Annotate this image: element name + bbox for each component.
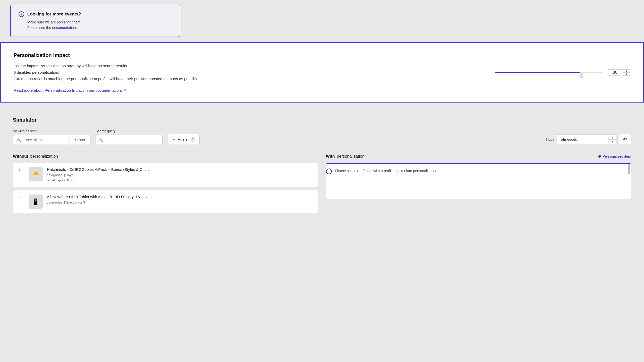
impact-description: Set the impact Personalization strategy … (14, 63, 485, 82)
external-link-icon: ↗ (123, 88, 126, 92)
number-input-display[interactable]: 80 ▲ ▼ (607, 69, 630, 76)
product-name-1: Hatchimals - CollEGGtibles 4-Pack + Bonu… (47, 167, 313, 172)
slider-thumb[interactable] (580, 72, 583, 78)
number-arrows: ▲ ▼ (623, 70, 630, 75)
description-line2: 0 disables personalization. (14, 69, 485, 76)
number-value: 80 (607, 70, 623, 75)
badge-dot (598, 155, 601, 158)
expand-icon-2: ∨ (146, 195, 148, 199)
product-name-text-1: Hatchimals - CollEGGtibles 4-Pack + Bonu… (47, 167, 146, 172)
select-button[interactable]: Select (70, 135, 90, 145)
without-label-rest: personalization (30, 154, 58, 159)
product-item-2[interactable]: 2. 📱 All-New Fire HD 8 Tablet with Alexa… (13, 190, 318, 213)
index-up-arrow[interactable]: ▲ (608, 135, 616, 140)
impact-link-text: Read more about Personalization Impact i… (14, 88, 122, 92)
personalized-item-label: Personalized item (603, 154, 631, 158)
impact-title: Personalization impact (14, 52, 630, 58)
slider-container[interactable] (495, 72, 603, 73)
index-label: Index (546, 138, 554, 141)
personalized-badge: Personalized item (598, 154, 631, 158)
impact-section: Personalization impact Set the impact Pe… (1, 43, 643, 102)
eye-button[interactable]: 👁 (619, 134, 631, 145)
index-select-value: atis-prods (557, 135, 608, 144)
filter-count: 0 (190, 137, 195, 142)
info-banner-body: Make sure we are receiving them. Please … (27, 20, 172, 30)
search-query-input[interactable] (105, 135, 159, 145)
product-thumbnail-2: 📱 (29, 195, 43, 209)
description-line3: 100 means records matching the personali… (14, 76, 485, 82)
without-label-bold: Without (13, 154, 28, 159)
impact-content: Set the impact Personalization strategy … (14, 63, 630, 82)
impact-documentation-link[interactable]: Read more about Personalization Impact i… (14, 88, 126, 92)
index-arrows: ▲ ▼ (608, 135, 616, 144)
with-personalization-header: With personalization Personalized item (326, 154, 631, 159)
scrollbar-indicator[interactable] (628, 164, 630, 174)
description-line1: Set the impact Personalization strategy … (14, 63, 485, 69)
impact-controls: 80 ▲ ▼ (495, 69, 630, 76)
product-price-1: priceDisplay: 9.00 (47, 178, 313, 183)
info-banner-line1: Make sure we are receiving them. (27, 20, 172, 25)
simulator-section: Simulator Viewing as user 🔍 Select Searc… (0, 108, 644, 225)
user-token-input[interactable] (24, 135, 70, 145)
with-personalization-column: With personalization Personalized item i… (326, 154, 631, 216)
product-meta-1: categories: ["Toy"] priceDisplay: 9.00 (47, 173, 313, 183)
filters-label: Filters (178, 137, 188, 141)
search-query-group: Search query 🔍 (96, 129, 163, 145)
search-input-wrapper: 🔍 (96, 135, 163, 145)
expand-icon-1: ∨ (147, 168, 150, 171)
product-number-1: 1. (18, 167, 24, 172)
product-info-1: Hatchimals - CollEGGtibles 4-Pack + Bonu… (47, 167, 313, 183)
with-label-bold: With (326, 154, 335, 159)
info-banner-line2: Please see the documentation. (27, 25, 172, 30)
slider-track (495, 72, 603, 73)
without-personalization-column: Without personalization 1. 🐣 Hatchimals … (13, 154, 318, 216)
info-icon: i (19, 11, 24, 17)
number-up-arrow[interactable]: ▲ (623, 70, 630, 73)
without-personalization-header: Without personalization (13, 154, 318, 159)
page-wrapper: i Looking for more events? Make sure we … (0, 5, 644, 362)
personalization-info-message: Please set a userToken with a profile to… (335, 168, 437, 174)
personalization-info-content: i Please set a userToken with a profile … (326, 168, 631, 174)
info-banner-title: Looking for more events? (27, 12, 81, 17)
simulator-title: Simulator (13, 117, 631, 123)
product-category-2: categories: ["Electronics"] (47, 200, 313, 205)
results-grid: Without personalization 1. 🐣 Hatchimals … (13, 154, 631, 216)
index-select-wrapper[interactable]: atis-prods ▲ ▼ (557, 134, 616, 144)
documentation-link[interactable]: documentation (52, 26, 76, 30)
filter-icon: ▼ (172, 137, 176, 141)
personalization-info-bar (326, 163, 631, 164)
product-item-1[interactable]: 1. 🐣 Hatchimals - CollEGGtibles 4-Pack +… (13, 163, 318, 187)
impact-section-wrapper: Personalization impact Set the impact Pe… (0, 42, 644, 103)
filters-button[interactable]: ▼ Filters 0 (168, 134, 200, 145)
product-info-2: All-New Fire HD 8 Tablet with Alexa, 8" … (47, 195, 313, 205)
viewing-as-user-group: Viewing as user 🔍 Select (13, 129, 90, 145)
product-name-text-2: All-New Fire HD 8 Tablet with Alexa, 8" … (47, 195, 144, 199)
personalization-info-icon: i (326, 169, 332, 174)
info-banner: i Looking for more events? Make sure we … (10, 5, 180, 37)
right-panel-scroll[interactable]: i Please set a userToken with a profile … (326, 163, 631, 199)
with-label-rest: personalization (337, 154, 365, 159)
index-down-arrow[interactable]: ▼ (608, 140, 616, 144)
product-thumbnail-1: 🐣 (29, 167, 43, 181)
user-input-wrapper: 🔍 Select (13, 135, 90, 145)
product-category-1: categories: ["Toy"] (47, 173, 313, 178)
slider-fill (495, 72, 581, 73)
info-banner-header: i Looking for more events? (19, 11, 172, 17)
viewing-as-user-label: Viewing as user (13, 129, 90, 133)
search-query-icon: 🔍 (99, 138, 103, 142)
product-meta-2: categories: ["Electronics"] (47, 200, 313, 205)
index-group: Index atis-prods ▲ ▼ 👁 (546, 134, 631, 145)
user-search-icon: 🔍 (13, 135, 24, 145)
product-number-2: 2. (18, 195, 24, 199)
number-down-arrow[interactable]: ▼ (623, 73, 630, 75)
product-name-2: All-New Fire HD 8 Tablet with Alexa, 8" … (47, 195, 313, 199)
search-query-label: Search query (96, 129, 163, 133)
simulator-controls: Viewing as user 🔍 Select Search query 🔍 … (13, 129, 631, 145)
eye-icon: 👁 (623, 137, 627, 142)
